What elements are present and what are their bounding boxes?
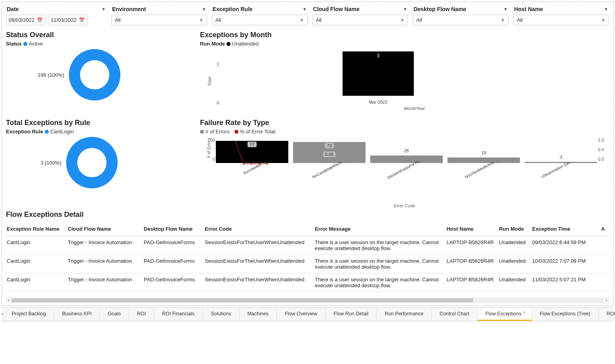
failure-bar[interactable]: 19	[447, 157, 520, 163]
filter-date-label: Date	[7, 6, 19, 12]
col-error-code[interactable]: Error Code	[204, 223, 314, 236]
exception-rule-dropdown[interactable]: All ▼	[212, 15, 308, 25]
table-row[interactable]: CantLoginTrigger - Invoice AutomationPAD…	[6, 273, 609, 292]
cell-mode: Unattended	[498, 255, 531, 273]
donut-icon	[69, 49, 120, 100]
environment-value: All	[115, 17, 120, 23]
tab-flow-run-detail[interactable]: Flow Run Detail	[326, 308, 377, 321]
col-exception-rule[interactable]: Exception Rule Name	[6, 223, 67, 236]
cell-mode: Unattended	[498, 236, 531, 255]
bar-value: 19	[481, 150, 486, 155]
month-bar-value: 3	[377, 53, 380, 59]
tab-flow-exceptions-tree-[interactable]: Flow Exceptions (Tree)	[532, 308, 599, 321]
tab-solutions[interactable]: Solutions	[203, 308, 239, 321]
table-row[interactable]: CantLoginTrigger - Invoice AutomationPAD…	[6, 236, 609, 255]
col-error-message[interactable]: Error Message	[314, 223, 446, 236]
cell-a	[600, 236, 609, 255]
cell-mode: Unattended	[498, 273, 531, 292]
filter-exception-rule-header[interactable]: Exception Rule ▼	[212, 4, 308, 15]
cell-code: SessionExistsForTheUserWhenUnattended	[204, 273, 314, 292]
exception-rule-value: All	[215, 17, 221, 23]
cell-host: LAPTOP-B5826R4R	[446, 236, 498, 255]
scrollbar-thumb[interactable]	[11, 298, 473, 302]
date-start-input[interactable]: 09/03/2022 📅	[6, 15, 46, 25]
cell-host: LAPTOP-B5826R4R	[446, 273, 498, 292]
chevron-down-icon: ▼	[601, 18, 605, 23]
total-exceptions-chart[interactable]: 3 (100%)	[6, 137, 196, 188]
legend-dot-icon	[227, 42, 230, 46]
chevron-down-icon: ▼	[403, 7, 407, 11]
cell-a	[600, 255, 609, 273]
filter-environment: Environment ▼ All ▼	[111, 4, 207, 25]
filter-desktop-flow: Desktop Flow Name ▼ All ▼	[413, 4, 508, 25]
y-tick: 0	[206, 157, 215, 161]
tab-project-backlog[interactable]: Project Backlog	[4, 308, 54, 321]
chevron-down-icon: ▼	[400, 18, 404, 23]
cell-cloud: Trigger - Invoice Automation	[67, 255, 143, 273]
detail-table[interactable]: Exception Rule Name Cloud Flow Name Desk…	[6, 223, 609, 303]
cell-desk: PAD-GetInvoiceForms	[143, 236, 204, 255]
filter-environment-header[interactable]: Environment ▼	[111, 4, 207, 15]
legend-value: CantLogin	[50, 129, 74, 135]
filter-desktop-flow-header[interactable]: Desktop Flow Name ▼	[413, 4, 508, 15]
legend-value: Unattended	[232, 41, 259, 47]
y-tick: 0.5	[598, 147, 609, 152]
y-tick: 0	[212, 100, 219, 105]
month-bar-cat: Mar-2022	[343, 100, 414, 104]
scroll-left-icon[interactable]: <	[6, 298, 11, 303]
failure-rate-chart[interactable]: # of Errors 50 0 1.0 0.5 0.0 77730.00261…	[200, 138, 609, 205]
tab-flow-exceptions[interactable]: Flow Exceptionsx	[478, 308, 532, 321]
filter-date-header[interactable]: Date ▼	[6, 4, 107, 15]
scroll-right-icon[interactable]: >	[604, 298, 609, 303]
tab-control-chart[interactable]: Control Chart	[432, 308, 477, 321]
month-bar[interactable]: 3	[343, 51, 414, 96]
legend-value: Active	[29, 41, 43, 47]
failure-bar[interactable]: 77	[216, 141, 288, 163]
donut-icon	[66, 137, 118, 188]
table-row[interactable]: CantLoginTrigger - Invoice AutomationPAD…	[6, 255, 609, 273]
cell-msg: There is a user session on the target ma…	[314, 255, 446, 273]
y-tick: 0.0	[598, 157, 609, 161]
col-a[interactable]: A	[600, 223, 609, 236]
failure-bar[interactable]: 3	[525, 162, 597, 163]
exceptions-by-month-chart[interactable]: Total 2 0 3 Mar-2022 MonthYear	[212, 50, 609, 113]
col-desktop-flow[interactable]: Desktop Flow Name	[143, 223, 204, 236]
filter-host-name: Host Name ▼ All ▼	[513, 4, 609, 25]
tab-machines[interactable]: Machines	[240, 308, 277, 321]
filter-host-name-header[interactable]: Host Name ▼	[513, 4, 609, 15]
cell-exc: CantLogin	[6, 273, 67, 292]
svg-point-2	[251, 163, 252, 165]
environment-dropdown[interactable]: All ▼	[111, 15, 207, 25]
tab-roi[interactable]: ROI	[129, 308, 154, 321]
y-tick: 50	[206, 138, 215, 142]
col-run-mode[interactable]: Run Mode	[498, 223, 531, 236]
horizontal-scrollbar[interactable]: < >	[6, 298, 609, 303]
tab-run-performance[interactable]: Run Performance	[377, 308, 432, 321]
tab-roi-financials[interactable]: ROI Financials	[154, 308, 203, 321]
cell-code: SessionExistsForTheUserWhenUnattended	[204, 255, 314, 273]
col-exception-time[interactable]: Exception Time	[531, 223, 600, 236]
desktop-flow-dropdown[interactable]: All ▼	[413, 15, 508, 25]
tab-flow-overview[interactable]: Flow Overview	[277, 308, 326, 321]
date-end-input[interactable]: 11/03/2022 📅	[48, 15, 88, 25]
scrollbar-track[interactable]	[11, 298, 603, 302]
failure-rate-legend: # of Errors % of Error Total	[200, 129, 609, 135]
cell-desk: PAD-GetInvoiceForms	[143, 255, 204, 273]
filter-cloud-flow-header[interactable]: Cloud Flow Name ▼	[312, 4, 408, 15]
filter-host-name-label: Host Name	[514, 6, 543, 12]
col-host-name[interactable]: Host Name	[446, 223, 498, 236]
close-icon[interactable]: x	[523, 310, 525, 315]
chevron-down-icon: ▼	[604, 7, 608, 11]
tab-goals[interactable]: Goals	[100, 308, 129, 321]
status-overall-chart[interactable]: 198 (100%)	[6, 49, 196, 100]
tab-business-kpi[interactable]: Business KPI	[54, 308, 100, 321]
filter-exception-rule: Exception Rule ▼ All ▼	[212, 4, 308, 25]
cell-cloud: Trigger - Invoice Automation	[67, 273, 143, 292]
x-axis-title: Error Code	[200, 203, 609, 208]
tab-roi-calculations[interactable]: ROI Calculations	[599, 308, 615, 321]
col-cloud-flow[interactable]: Cloud Flow Name	[67, 223, 143, 236]
host-name-dropdown[interactable]: All ▼	[513, 15, 609, 25]
filter-cloud-flow: Cloud Flow Name ▼ All ▼	[312, 4, 408, 25]
cloud-flow-dropdown[interactable]: All ▼	[312, 15, 408, 25]
filter-exception-rule-label: Exception Rule	[213, 6, 253, 12]
